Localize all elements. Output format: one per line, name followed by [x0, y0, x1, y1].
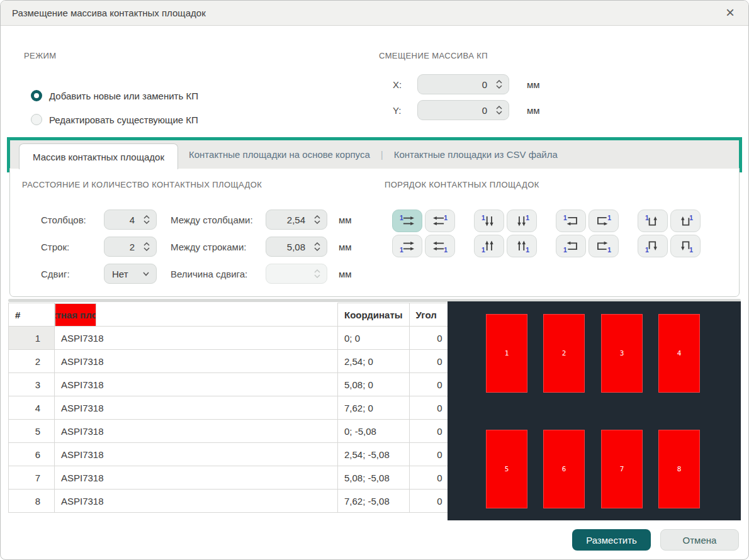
- table-row[interactable]: 6ASPI73182,54; -5,080: [9, 443, 451, 466]
- cell-coordinates[interactable]: 7,62; -5,08: [338, 490, 410, 513]
- table-row[interactable]: 3ASPI73185,08; 00: [9, 373, 451, 396]
- order-cols-tb-from-top-left[interactable]: 1: [474, 210, 504, 232]
- cell-pad-name[interactable]: ASPI7318: [55, 490, 338, 513]
- order-snake-rows-from-bottom-right[interactable]: 1: [588, 235, 619, 257]
- table-row[interactable]: 5ASPI73180; -5,080: [9, 420, 451, 443]
- columns-value: 4: [110, 215, 143, 225]
- columns-label: Столбцов:: [41, 215, 104, 225]
- cell-row-number[interactable]: 3: [9, 373, 55, 396]
- preview-pad-4: 4: [658, 314, 700, 393]
- cell-row-number[interactable]: 5: [9, 420, 55, 443]
- spinner-up-down-icon[interactable]: [143, 241, 150, 252]
- columns-input[interactable]: 4: [104, 210, 157, 230]
- table-row[interactable]: 2ASPI73182,54; 00: [9, 350, 451, 373]
- tab-1[interactable]: Массив контактных площадок: [19, 143, 178, 169]
- cell-angle[interactable]: 0: [409, 490, 450, 513]
- svg-text:1: 1: [400, 215, 403, 221]
- offset-x-row: X: 0 мм: [393, 74, 540, 94]
- radio-add-or-replace-pads[interactable]: Добавить новые или заменить КП: [31, 90, 198, 101]
- table-row[interactable]: 7ASPI73185,08; -5,080: [9, 466, 451, 490]
- order-cols-bt-from-bottom-left[interactable]: 1: [474, 235, 504, 257]
- table-row[interactable]: 1ASPI73180; 00: [9, 327, 451, 350]
- cell-angle[interactable]: 0: [409, 420, 450, 443]
- cell-pad-name[interactable]: ASPI7318: [55, 443, 338, 466]
- cell-angle[interactable]: 0: [409, 466, 450, 490]
- order-snake-rows-from-bottom-left[interactable]: 1: [556, 235, 586, 257]
- order-cols-bt-from-bottom-right[interactable]: 1: [507, 235, 537, 257]
- offset-x-value: 0: [424, 79, 495, 90]
- offset-x-input[interactable]: 0: [417, 74, 509, 94]
- cell-coordinates[interactable]: 0; 0: [338, 327, 410, 350]
- shift-dropdown[interactable]: Нет: [104, 264, 157, 284]
- cell-angle[interactable]: 0: [409, 350, 450, 373]
- cell-row-number[interactable]: 6: [9, 443, 55, 466]
- table-row[interactable]: 8ASPI73187,62; -5,080: [9, 490, 451, 513]
- table-row[interactable]: 4ASPI73187,62; 00: [9, 396, 451, 420]
- column-header-angle[interactable]: Угол: [409, 303, 450, 327]
- cell-row-number[interactable]: 2: [9, 350, 55, 373]
- spinner-up-down-icon[interactable]: [495, 104, 503, 116]
- order-snake-rows-from-top-left[interactable]: 1: [556, 210, 586, 232]
- order-rows-lr-from-bottom-left[interactable]: 1: [392, 235, 422, 257]
- row-spacing-input[interactable]: 5,08: [266, 237, 327, 257]
- order-snake-cols-from-bottom-left[interactable]: 1: [638, 235, 668, 257]
- spinner-up-down-icon[interactable]: [143, 214, 150, 225]
- place-button[interactable]: Разместить: [572, 529, 651, 551]
- cell-coordinates[interactable]: 7,62; 0: [338, 396, 410, 420]
- preview-pad-3: 3: [601, 314, 643, 393]
- cell-angle[interactable]: 0: [409, 327, 450, 350]
- order-snake-cols-from-top-right[interactable]: 1: [670, 210, 701, 232]
- svg-text:1: 1: [563, 215, 567, 221]
- cell-pad-name[interactable]: ASPI7318: [55, 396, 338, 420]
- cell-row-number[interactable]: 1: [9, 327, 55, 350]
- svg-text:1: 1: [526, 215, 529, 221]
- cell-coordinates[interactable]: 2,54; -5,08: [338, 443, 410, 466]
- column-header-num[interactable]: #: [9, 303, 55, 327]
- cell-pad-name[interactable]: ASPI7318: [55, 350, 338, 373]
- order-rows-rl-from-bottom-right[interactable]: 1: [425, 235, 455, 257]
- order-rows-rl-from-top-right[interactable]: 1: [425, 210, 455, 232]
- radio-edit-existing-pads[interactable]: Редактировать существующие КП: [31, 114, 198, 125]
- cell-pad-name[interactable]: ASPI7318: [55, 327, 338, 350]
- order-snake-rows-from-top-right[interactable]: 1: [588, 210, 619, 232]
- svg-text:1: 1: [444, 247, 448, 253]
- cell-coordinates[interactable]: 0; -5,08: [338, 420, 410, 443]
- order-snake-cols-from-top-left[interactable]: 1: [638, 210, 668, 232]
- column-header-coords[interactable]: Координаты: [338, 303, 410, 327]
- spinner-up-down-icon[interactable]: [313, 214, 321, 225]
- cell-pad-name[interactable]: ASPI7318: [55, 466, 338, 490]
- preview-pad-2: 2: [543, 314, 585, 393]
- cell-angle[interactable]: 0: [409, 396, 450, 420]
- cell-coordinates[interactable]: 5,08; -5,08: [338, 466, 410, 490]
- close-icon[interactable]: ×: [721, 1, 740, 26]
- cell-row-number[interactable]: 7: [9, 466, 55, 490]
- cell-angle[interactable]: 0: [409, 373, 450, 396]
- column-header-pad[interactable]: Контактная площадка: [55, 303, 96, 327]
- svg-text:1: 1: [645, 247, 649, 253]
- cell-angle[interactable]: 0: [409, 443, 450, 466]
- spinner-up-down-icon[interactable]: [495, 79, 503, 90]
- shift-row: Сдвиг: Нет Величина сдвига: мм: [41, 264, 352, 284]
- cell-row-number[interactable]: 4: [9, 396, 55, 420]
- order-snake-cols-from-bottom-right[interactable]: 1: [670, 235, 701, 257]
- cell-row-number[interactable]: 8: [9, 490, 55, 513]
- rows-value: 2: [110, 242, 143, 252]
- row-spacing-value: 5,08: [272, 242, 313, 252]
- offset-y-input[interactable]: 0: [417, 100, 509, 120]
- pad-order-button-grid: 1111111111111111: [392, 210, 701, 257]
- shift-amount-input: [266, 264, 327, 284]
- rows-input[interactable]: 2: [104, 237, 157, 257]
- cell-coordinates[interactable]: 5,08; 0: [338, 373, 410, 396]
- cell-pad-name[interactable]: ASPI7318: [55, 420, 338, 443]
- tab-2[interactable]: Контактные площадки на основе корпуса: [178, 140, 381, 169]
- order-rows-lr-from-top-left[interactable]: 1: [392, 210, 422, 232]
- row-spacing-label: Между строками:: [171, 242, 266, 252]
- tab-3[interactable]: Контактные площадки из CSV файла: [383, 140, 568, 169]
- rows-row: Строк: 2 Между строками: 5,08 мм: [41, 237, 352, 257]
- spinner-up-down-icon[interactable]: [313, 241, 321, 252]
- cell-pad-name[interactable]: ASPI7318: [55, 373, 338, 396]
- cancel-button[interactable]: Отмена: [660, 529, 739, 551]
- cell-coordinates[interactable]: 2,54; 0: [338, 350, 410, 373]
- order-cols-tb-from-top-right[interactable]: 1: [507, 210, 537, 232]
- col-spacing-input[interactable]: 2,54: [266, 210, 327, 230]
